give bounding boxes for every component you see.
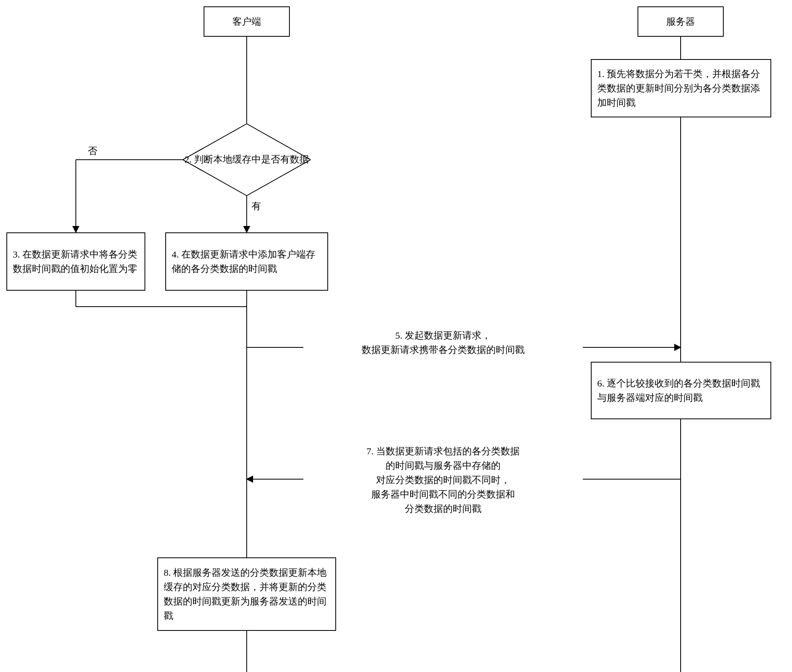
lane-client-label: 客户端 bbox=[232, 14, 261, 29]
message-7-label: 7. 当数据更新请求包括的各分类数据 的时间戳与服务器中存储的 对应分类数据的时… bbox=[303, 443, 583, 517]
branch-yes-label: 有 bbox=[251, 200, 261, 212]
step-3-text: 3. 在数据更新请求中将各分类数据时间戳的值初始化置为零 bbox=[13, 247, 139, 276]
step-6-box: 6. 逐个比较接收到的各分类数据时间戳与服务器端对应的时间戳 bbox=[591, 362, 771, 419]
step-2-decision: 2. 判断本地缓存中是否有数据 bbox=[183, 124, 311, 196]
step-8-box: 8. 根据服务器发送的分类数据更新本地缓存的对应分类数据，并将更新的分类数据的时… bbox=[157, 557, 336, 631]
step-4-text: 4. 在数据更新请求中添加客户端存储的各分类数据的时间戳 bbox=[172, 247, 322, 276]
step-8-text: 8. 根据服务器发送的分类数据更新本地缓存的对应分类数据，并将更新的分类数据的时… bbox=[164, 565, 330, 623]
step-3-box: 3. 在数据更新请求中将各分类数据时间戳的值初始化置为零 bbox=[6, 232, 145, 291]
lane-client-header: 客户端 bbox=[204, 6, 290, 37]
step-1-box: 1. 预先将数据分为若干类，并根据各分类数据的更新时间分别为各分类数据添加时间戳 bbox=[591, 59, 771, 117]
message-5-label: 5. 发起数据更新请求， 数据更新请求携带各分类数据的时间戳 bbox=[303, 327, 583, 358]
lane-server-label: 服务器 bbox=[666, 14, 695, 29]
lane-server-header: 服务器 bbox=[638, 6, 724, 37]
branch-no-label: 否 bbox=[88, 145, 97, 157]
step-4-box: 4. 在数据更新请求中添加客户端存储的各分类数据的时间戳 bbox=[165, 232, 328, 291]
step-6-text: 6. 逐个比较接收到的各分类数据时间戳与服务器端对应的时间戳 bbox=[597, 376, 765, 405]
step-1-text: 1. 预先将数据分为若干类，并根据各分类数据的更新时间分别为各分类数据添加时间戳 bbox=[597, 67, 765, 110]
step-2-text: 2. 判断本地缓存中是否有数据 bbox=[184, 153, 309, 167]
